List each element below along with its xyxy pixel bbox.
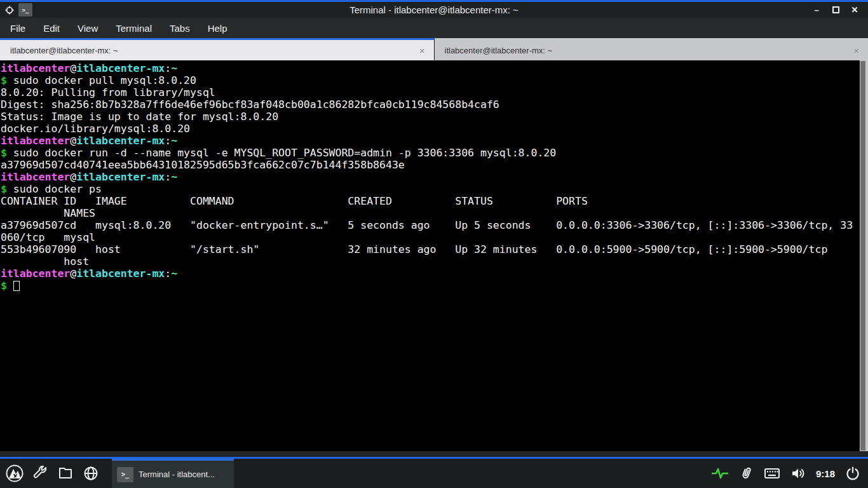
terminal-cursor	[13, 281, 20, 291]
task-button-label: Terminal - itlabcent...	[139, 470, 215, 479]
tab-close-icon[interactable]: ×	[847, 45, 859, 56]
terminal-line: Digest: sha256:8b7b328a7ff6de46ef96bcf83…	[1, 98, 860, 111]
folder-icon[interactable]	[56, 464, 75, 483]
terminal-line: itlabcenter@itlabcenter-mx:~	[1, 268, 860, 280]
terminal-line: $ sudo docker ps	[1, 183, 860, 195]
desktop-screen: >_ Terminal - itlabcenter@itlabcenter-mx…	[0, 0, 868, 488]
terminal-line: NAMES	[1, 207, 860, 219]
terminal-line: Status: Image is up to date for mysql:8.…	[1, 111, 860, 123]
power-icon[interactable]	[845, 466, 860, 481]
terminal-line: a37969d507cd mysql:8.0.20 "docker-entryp…	[1, 219, 860, 231]
maximize-icon	[832, 6, 839, 13]
terminal-app-icon[interactable]: >_	[18, 3, 32, 17]
window-menu-gear-icon[interactable]	[5, 6, 14, 15]
menu-view[interactable]: View	[70, 20, 105, 36]
maximize-button[interactable]	[829, 4, 843, 17]
close-button[interactable]: ✕	[848, 4, 862, 17]
tab-label: itlabcenter@itlabcenter-mx: ~	[445, 46, 848, 55]
terminal-line: itlabcenter@itlabcenter-mx:~	[1, 171, 860, 183]
tab-terminal-2[interactable]: itlabcenter@itlabcenter-mx: ~ ×	[435, 38, 868, 60]
terminal-line: host	[1, 255, 860, 268]
scrollbar-thumb[interactable]	[860, 61, 865, 451]
terminal-line: 8.0.20: Pulling from library/mysql	[1, 86, 860, 98]
terminal-line: $ sudo docker run -d --name mysql -e MYS…	[1, 147, 860, 159]
window-bottom-padding	[0, 451, 868, 457]
wrench-icon[interactable]	[31, 464, 50, 483]
minimize-button[interactable]: –	[810, 4, 824, 17]
clipboard-paperclip-icon[interactable]	[738, 466, 754, 481]
taskbar-task-terminal[interactable]: >_ Terminal - itlabcent...	[112, 459, 234, 488]
terminal-line: 060/tcp mysql	[1, 231, 860, 243]
menu-help[interactable]: Help	[200, 20, 235, 36]
menu-terminal[interactable]: Terminal	[108, 20, 159, 36]
terminal-line: itlabcenter@itlabcenter-mx:~	[1, 135, 860, 147]
terminal-output: itlabcenter@itlabcenter-mx:~$ sudo docke…	[1, 62, 860, 451]
terminal-line: $	[1, 280, 860, 292]
menu-file[interactable]: File	[3, 20, 33, 36]
terminal-app-icon: >_	[117, 467, 133, 482]
terminal-line: $ sudo docker pull mysql:8.0.20	[1, 74, 860, 86]
terminal-line: CONTAINER ID IMAGE COMMAND CREATED STATU…	[1, 195, 860, 207]
terminal-window: >_ Terminal - itlabcenter@itlabcenter-mx…	[0, 0, 868, 457]
window-title: Terminal - itlabcenter@itlabcenter-mx: ~	[0, 4, 868, 15]
menu-tabs[interactable]: Tabs	[162, 20, 198, 36]
menu-bar: File Edit View Terminal Tabs Help	[0, 18, 868, 38]
terminal-line: itlabcenter@itlabcenter-mx:~	[1, 62, 860, 74]
taskbar-clock: 9:18	[816, 468, 835, 479]
globe-icon[interactable]	[81, 464, 100, 483]
volume-icon[interactable]	[790, 466, 806, 480]
system-monitor-pulse-icon[interactable]	[712, 466, 728, 480]
scrollbar[interactable]	[860, 60, 868, 451]
keyboard-icon[interactable]	[764, 466, 780, 480]
terminal-line: docker.io/library/mysql:8.0.20	[1, 123, 860, 135]
tab-terminal-1[interactable]: itlabcenter@itlabcenter-mx: ~ ×	[0, 38, 434, 60]
menu-edit[interactable]: Edit	[36, 20, 67, 36]
tab-bar: itlabcenter@itlabcenter-mx: ~ × itlabcen…	[0, 38, 868, 60]
terminal-line: 553b49607090 host "/start.sh" 32 minutes…	[1, 243, 860, 255]
tab-close-icon[interactable]: ×	[413, 45, 425, 56]
mx-menu-icon[interactable]	[5, 464, 24, 483]
tab-label: itlabcenter@itlabcenter-mx: ~	[10, 46, 413, 55]
terminal-line: a37969d507cd40741eea5bb64310182595d65b3f…	[1, 159, 860, 171]
taskbar-panel: >_ Terminal - itlabcent...	[0, 459, 868, 488]
title-bar: >_ Terminal - itlabcenter@itlabcenter-mx…	[0, 2, 868, 18]
terminal-viewport[interactable]: itlabcenter@itlabcenter-mx:~$ sudo docke…	[0, 60, 868, 451]
